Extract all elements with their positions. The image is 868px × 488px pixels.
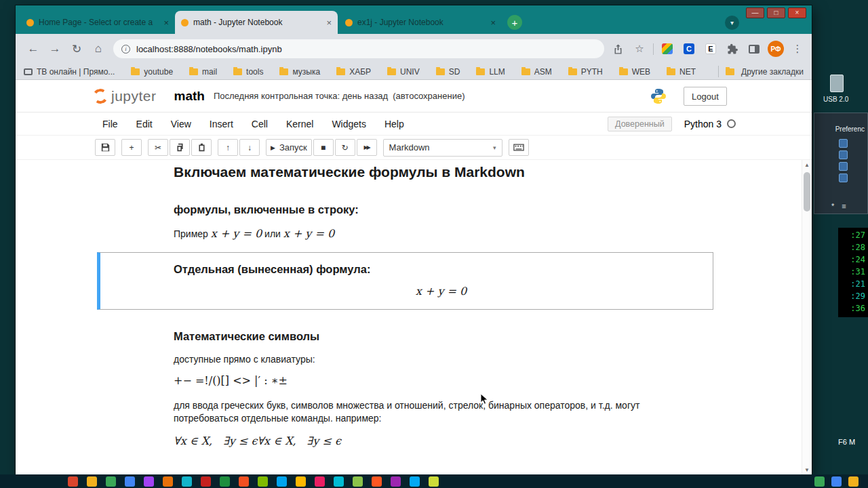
maximize-button[interactable]: □ xyxy=(767,7,785,18)
jupyter-logo-icon[interactable] xyxy=(92,87,108,104)
notebook-scrollbar[interactable]: ▲ ▼ xyxy=(802,160,812,474)
taskbar-app-icon[interactable] xyxy=(429,476,439,487)
bookmark-item[interactable]: tools xyxy=(233,67,263,77)
bookmark-item[interactable]: PYTH xyxy=(568,67,603,77)
taskbar-app-icon[interactable] xyxy=(220,476,230,487)
jupyter-logo-text[interactable]: jupyter xyxy=(111,88,157,104)
run-cell-button[interactable]: ▶ Запуск xyxy=(266,139,312,156)
taskbar-app-icon[interactable] xyxy=(106,476,116,487)
copy-cell-button[interactable] xyxy=(170,139,190,156)
taskbar-tray-icon[interactable] xyxy=(848,476,859,487)
markdown-cell[interactable]: Математические символы доступные прямо с… xyxy=(97,330,713,447)
taskbar-app-icon[interactable] xyxy=(315,476,325,487)
taskbar-app-icon[interactable] xyxy=(182,476,192,487)
taskbar-app-icon[interactable] xyxy=(334,476,344,487)
browser-menu-icon[interactable]: ⋮ xyxy=(789,41,806,57)
background-window[interactable]: Preferenc xyxy=(814,113,868,214)
url-text[interactable]: localhost:8888/notebooks/math.ipynb xyxy=(136,44,282,54)
minimize-button[interactable]: — xyxy=(746,7,764,18)
extensions-puzzle-icon[interactable] xyxy=(724,41,741,57)
tab-search-chevron-icon[interactable]: ▾ xyxy=(725,16,739,30)
taskbar-app-icon[interactable] xyxy=(163,476,173,487)
taskbar-app-icon[interactable] xyxy=(410,476,420,487)
taskbar-app-icon[interactable] xyxy=(372,476,382,487)
taskbar-app-icon[interactable] xyxy=(391,476,401,487)
tab-close-icon[interactable]: × xyxy=(326,18,332,28)
forward-icon[interactable]: → xyxy=(45,39,64,58)
taskbar-app-icon[interactable] xyxy=(258,476,268,487)
menu-edit[interactable]: Edit xyxy=(136,119,153,129)
app-tile-icon[interactable] xyxy=(839,174,848,182)
extension-c-icon[interactable]: C xyxy=(681,41,697,57)
extension-e-icon[interactable]: E xyxy=(703,41,719,57)
site-info-icon[interactable]: i xyxy=(121,45,130,54)
share-icon[interactable] xyxy=(610,41,626,57)
command-palette-button[interactable] xyxy=(509,139,529,156)
move-cell-up-button[interactable]: ↑ xyxy=(218,139,238,156)
bookmark-item[interactable]: ТВ онлайн | Прямо... xyxy=(24,67,115,77)
taskbar-app-icon[interactable] xyxy=(296,476,306,487)
selected-markdown-cell[interactable]: Отдельная (вынесенная) формула: x + y = … xyxy=(97,252,713,310)
taskbar-tray-icon[interactable] xyxy=(831,476,842,487)
menu-file[interactable]: File xyxy=(102,119,118,129)
menu-cell[interactable]: Cell xyxy=(252,119,268,129)
bookmark-item[interactable]: ХАБР xyxy=(336,67,371,77)
tab-close-icon[interactable]: × xyxy=(490,18,496,28)
scroll-up-icon[interactable]: ▲ xyxy=(802,160,812,169)
tab-ex1j-notebook[interactable]: ex1j - Jupyter Notebook × xyxy=(339,11,502,34)
bookmark-item[interactable]: WEB xyxy=(619,67,650,77)
taskbar-app-icon[interactable] xyxy=(68,476,78,487)
bookmark-item[interactable]: UNIV xyxy=(387,67,420,77)
taskbar-tray-icon[interactable] xyxy=(814,476,825,487)
taskbar-app-icon[interactable] xyxy=(201,476,211,487)
cell-type-dropdown[interactable]: Markdown ▾ xyxy=(383,139,502,157)
close-button[interactable]: × xyxy=(788,7,806,18)
taskbar-app-icon[interactable] xyxy=(87,476,97,487)
back-icon[interactable]: ← xyxy=(24,39,43,58)
other-bookmarks[interactable]: Другие закладки xyxy=(718,66,804,77)
app-tile-icon[interactable] xyxy=(839,139,848,148)
menu-kernel[interactable]: Kernel xyxy=(286,119,313,129)
app-tile-icon[interactable] xyxy=(839,162,848,171)
tab-home-page[interactable]: Home Page - Select or create a × xyxy=(20,11,175,34)
bookmark-item[interactable]: NET xyxy=(667,67,696,77)
taskbar-app-icon[interactable] xyxy=(125,476,135,487)
taskbar-app-icon[interactable] xyxy=(353,476,363,487)
new-tab-button[interactable]: + xyxy=(507,15,522,30)
scroll-down-icon[interactable]: ▼ xyxy=(802,465,812,474)
move-cell-down-button[interactable]: ↓ xyxy=(239,139,260,156)
home-icon[interactable]: ⌂ xyxy=(89,39,108,58)
bookmark-item[interactable]: mail xyxy=(189,67,217,77)
tab-math-notebook[interactable]: math - Jupyter Notebook × xyxy=(175,11,338,34)
tab-close-icon[interactable]: × xyxy=(163,18,169,28)
taskbar-app-icon[interactable] xyxy=(277,476,287,487)
add-cell-button[interactable]: + xyxy=(121,139,142,156)
restart-kernel-button[interactable]: ↻ xyxy=(335,139,355,156)
menu-widgets[interactable]: Widgets xyxy=(332,119,366,129)
save-button[interactable] xyxy=(95,139,115,156)
reload-icon[interactable]: ↻ xyxy=(67,39,86,58)
taskbar-app-icon[interactable] xyxy=(239,476,249,487)
bookmark-item[interactable]: ASM xyxy=(521,67,552,77)
logout-button[interactable]: Logout xyxy=(684,87,727,106)
bookmark-item[interactable]: музыка xyxy=(279,67,320,77)
extension-colorful-icon[interactable] xyxy=(659,41,675,57)
bookmark-star-icon[interactable]: ☆ xyxy=(631,41,648,57)
menu-view[interactable]: View xyxy=(171,119,191,129)
cut-cell-button[interactable]: ✂ xyxy=(148,139,168,156)
taskbar-app-icon[interactable] xyxy=(144,476,154,487)
scrollbar-thumb[interactable] xyxy=(804,172,810,211)
usb-device-icon[interactable] xyxy=(830,75,844,92)
notebook-title[interactable]: math xyxy=(174,89,205,104)
menu-help[interactable]: Help xyxy=(384,119,404,129)
side-panel-icon[interactable] xyxy=(746,41,762,57)
restart-run-all-button[interactable]: ▶▶ xyxy=(357,139,377,156)
bookmark-item[interactable]: youtube xyxy=(131,67,173,77)
bookmark-item[interactable]: SD xyxy=(436,67,460,77)
interrupt-kernel-button[interactable]: ■ xyxy=(313,139,334,156)
bookmark-item[interactable]: LLM xyxy=(476,67,505,77)
profile-avatar[interactable]: РФ xyxy=(768,41,784,57)
paste-cell-button[interactable] xyxy=(191,139,212,156)
address-bar[interactable]: i localhost:8888/notebooks/math.ipynb xyxy=(113,39,604,58)
app-tile-icon[interactable] xyxy=(839,150,848,159)
